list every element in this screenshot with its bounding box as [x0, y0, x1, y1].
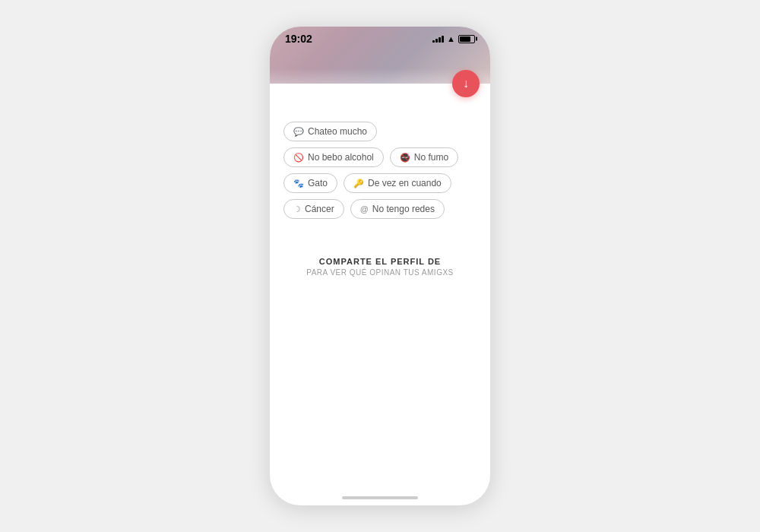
- tag-chateo: 💬 Chateo mucho: [283, 122, 377, 141]
- cat-icon: 🐾: [293, 179, 304, 188]
- home-indicator: [342, 496, 418, 499]
- tag-no-redes: @ No tengo redes: [350, 199, 445, 219]
- share-title: COMPARTE EL PERFIL DE: [283, 257, 477, 266]
- status-icons: ▲: [432, 34, 475, 43]
- status-bar: 19:02 ▲: [270, 27, 490, 48]
- download-icon: ↓: [463, 78, 469, 90]
- download-button[interactable]: ↓: [452, 70, 480, 97]
- tag-no-fumo-label: No fumo: [414, 152, 448, 163]
- tag-gato-label: Gato: [308, 178, 328, 188]
- key-icon: 🔑: [353, 179, 364, 188]
- phone-frame: 19:02 ▲ ↓ 💬 Chateo mucho: [270, 27, 490, 505]
- tags-section: 💬 Chateo mucho 🚫 No bebo alcohol 🚭 No fu…: [270, 84, 490, 234]
- chat-icon: 💬: [293, 127, 304, 137]
- no-smoke-icon: 🚭: [400, 153, 410, 163]
- tag-cancer-label: Cáncer: [305, 204, 334, 214]
- signal-icon: [432, 35, 444, 43]
- wifi-icon: ▲: [447, 34, 455, 43]
- tag-de-vez: 🔑 De vez en cuando: [344, 173, 451, 193]
- tag-no-alcohol-label: No bebo alcohol: [308, 152, 374, 163]
- share-subtitle: PARA VER QUÉ OPINAN TUS AMIGXS: [283, 268, 477, 277]
- cancer-icon: ☽: [293, 204, 301, 214]
- tag-no-redes-label: No tengo redes: [372, 204, 435, 214]
- tag-chateo-label: Chateo mucho: [308, 126, 367, 137]
- no-alcohol-icon: 🚫: [293, 153, 304, 163]
- tag-gato: 🐾 Gato: [283, 173, 337, 193]
- tag-de-vez-label: De vez en cuando: [368, 178, 442, 188]
- content-area: 💬 Chateo mucho 🚫 No bebo alcohol 🚭 No fu…: [270, 84, 490, 505]
- tag-cancer: ☽ Cáncer: [283, 199, 344, 219]
- share-section: COMPARTE EL PERFIL DE PARA VER QUÉ OPINA…: [270, 242, 490, 292]
- battery-icon: [458, 35, 475, 43]
- status-time: 19:02: [285, 33, 312, 45]
- tag-no-fumo: 🚭 No fumo: [390, 147, 458, 167]
- at-icon: @: [360, 204, 369, 214]
- tag-no-alcohol: 🚫 No bebo alcohol: [283, 147, 384, 167]
